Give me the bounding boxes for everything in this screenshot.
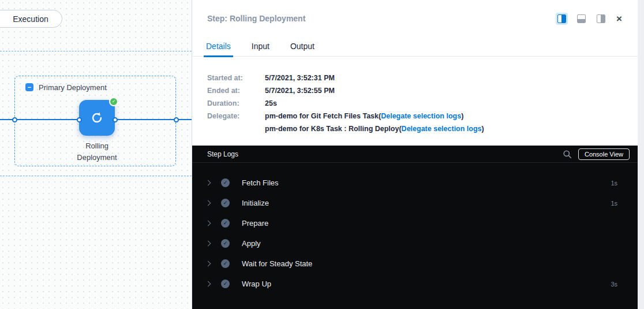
- tab-input[interactable]: Input: [252, 36, 269, 57]
- step-success-icon: ✓: [221, 259, 230, 268]
- chevron-right-icon[interactable]: [205, 221, 211, 226]
- stage-boundary-line-bottom: [0, 176, 192, 176]
- tab-output[interactable]: Output: [290, 36, 314, 57]
- execution-tab-label: Execution: [13, 14, 48, 24]
- log-step-row[interactable]: ✓ Initialize 1s: [192, 193, 638, 213]
- panel-title: Step: Rolling Deployment: [207, 14, 305, 23]
- minus-icon: −: [28, 84, 31, 91]
- active-tab-underline: [204, 55, 233, 57]
- ended-at-row: Ended at: 5/7/2021, 3:52:55 PM: [192, 84, 638, 97]
- log-header-actions: Console View: [563, 148, 630, 160]
- pipeline-canvas[interactable]: Execution − Primary Deployment ✓ Rolling…: [0, 0, 192, 309]
- log-step-row[interactable]: ✓ Prepare: [192, 213, 638, 233]
- delegate-selection-logs-link[interactable]: Delegate selection logs: [381, 112, 461, 120]
- started-at-label: Started at:: [207, 74, 265, 82]
- connector-port[interactable]: [12, 117, 17, 122]
- chevron-right-icon[interactable]: [205, 241, 211, 247]
- delegate-row: Delegate: pm-demo for Git Fetch Files Ta…: [192, 110, 638, 122]
- log-step-row[interactable]: ✓ Fetch Files 1s: [192, 173, 638, 193]
- close-icon: ×: [616, 13, 622, 24]
- step-detail-panel: Step: Rolling Deployment × Details Input: [192, 0, 638, 309]
- close-panel-button[interactable]: ×: [616, 14, 622, 24]
- duration-value: 25s: [265, 99, 277, 107]
- started-at-value: 5/7/2021, 3:52:31 PM: [265, 74, 335, 82]
- chevron-right-icon[interactable]: [205, 180, 211, 186]
- right-view-icon: [597, 14, 605, 23]
- rolling-deployment-node[interactable]: [79, 100, 115, 136]
- node-label: Rolling Deployment: [61, 140, 133, 163]
- group-label: Primary Deployment: [39, 83, 107, 92]
- success-badge: ✓: [109, 97, 118, 106]
- chevron-right-icon[interactable]: [205, 281, 211, 287]
- step-success-icon: ✓: [221, 280, 230, 288]
- console-view-button[interactable]: Console View: [578, 148, 630, 160]
- delegate-row-2: pm-demo for K8s Task : Rolling Deploy(De…: [192, 122, 638, 135]
- step-details-section: Started at: 5/7/2021, 3:52:31 PM Ended a…: [192, 72, 638, 135]
- log-step-row[interactable]: ✓ Wait for Steady State: [192, 254, 638, 274]
- log-header: Step Logs Console View: [192, 146, 638, 163]
- duration-label: Duration:: [207, 99, 265, 107]
- delegate-selection-logs-link[interactable]: Delegate selection logs: [402, 125, 482, 133]
- connector-port[interactable]: [113, 117, 118, 122]
- app-window: Execution − Primary Deployment ✓ Rolling…: [0, 0, 644, 309]
- refresh-icon: [89, 110, 104, 125]
- step-success-icon: ✓: [221, 199, 230, 207]
- chevron-right-icon[interactable]: [205, 261, 211, 267]
- right-view-button[interactable]: [595, 13, 607, 25]
- execution-tab[interactable]: Execution: [0, 10, 62, 28]
- check-icon: ✓: [112, 99, 116, 104]
- tab-details[interactable]: Details: [206, 36, 231, 57]
- step-success-icon: ✓: [221, 178, 230, 187]
- bottom-view-button[interactable]: [575, 13, 587, 25]
- delegate-label: Delegate:: [207, 112, 265, 120]
- collapse-group-button[interactable]: −: [25, 83, 33, 91]
- connector-port[interactable]: [77, 117, 82, 122]
- log-step-row[interactable]: ✓ Wrap Up 3s: [192, 274, 638, 294]
- log-step-row[interactable]: ✓ Apply: [192, 233, 638, 254]
- ended-at-value: 5/7/2021, 3:52:55 PM: [265, 87, 335, 95]
- panel-window-controls: ×: [556, 13, 622, 25]
- log-step-list: ✓ Fetch Files 1s ✓ Initialize 1s ✓ Prepa…: [192, 163, 638, 294]
- step-duration: 1s: [611, 180, 617, 187]
- delegate-value-line1: pm-demo for Git Fetch Files Task(Delegat…: [265, 112, 463, 120]
- split-right-view-icon: [557, 14, 566, 23]
- connector-port[interactable]: [174, 117, 179, 122]
- step-duration: 1s: [611, 200, 617, 207]
- page-background-strip: [638, 0, 644, 309]
- chevron-right-icon[interactable]: [205, 200, 211, 206]
- search-icon[interactable]: [563, 150, 572, 159]
- step-logs-console: Step Logs Console View ✓ Fetch Files 1s: [192, 146, 638, 309]
- bottom-view-icon: [577, 14, 586, 23]
- step-success-icon: ✓: [221, 239, 230, 248]
- step-duration: 3s: [611, 281, 617, 288]
- duration-row: Duration: 25s: [192, 97, 638, 110]
- step-success-icon: ✓: [221, 219, 230, 228]
- started-at-row: Started at: 5/7/2021, 3:52:31 PM: [192, 72, 638, 84]
- split-right-view-button[interactable]: [556, 13, 568, 25]
- ended-at-label: Ended at:: [207, 87, 265, 95]
- log-title: Step Logs: [207, 150, 238, 158]
- delegate-value-line2: pm-demo for K8s Task : Rolling Deploy(De…: [265, 125, 484, 133]
- stage-boundary-line-top: [0, 51, 192, 51]
- detail-tabs: Details Input Output: [192, 36, 638, 57]
